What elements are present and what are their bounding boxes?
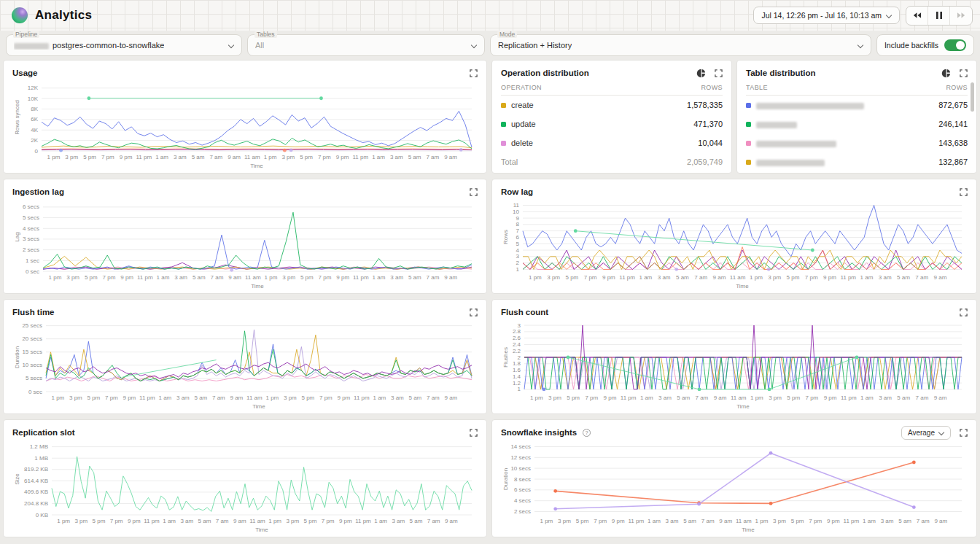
ingestion-lag-chart: 0 sec1 sec2 secs3 secs4 secs5 secs6 secs… — [12, 198, 478, 293]
dashboard-grid: Usage 02K4K6K8K10K12K1 pm3 pm5 pm7 pm9 p… — [0, 58, 980, 540]
svg-text:3 pm: 3 pm — [281, 154, 295, 160]
expand-icon[interactable] — [470, 188, 478, 196]
svg-text:5 pm: 5 pm — [576, 518, 589, 524]
svg-text:11 pm: 11 pm — [621, 395, 637, 401]
svg-text:4: 4 — [516, 247, 520, 254]
svg-text:2.2: 2.2 — [513, 348, 521, 354]
svg-text:1 am: 1 am — [860, 395, 874, 401]
svg-text:Time: Time — [250, 163, 263, 169]
svg-text:3 am: 3 am — [879, 395, 892, 401]
svg-text:3: 3 — [518, 322, 521, 329]
pie-chart-icon[interactable] — [696, 69, 706, 78]
series-swatch — [746, 103, 751, 108]
svg-text:5 am: 5 am — [677, 395, 690, 401]
svg-text:5 am: 5 am — [897, 395, 910, 401]
svg-text:7 pm: 7 pm — [101, 154, 114, 160]
svg-text:819.2 KB: 819.2 KB — [24, 466, 48, 473]
column-header: TABLE — [746, 84, 768, 91]
svg-text:2: 2 — [518, 354, 521, 361]
row-label — [756, 120, 801, 128]
expand-icon[interactable] — [960, 69, 968, 77]
svg-text:7: 7 — [516, 228, 520, 234]
svg-text:1 pm: 1 pm — [755, 518, 769, 524]
pause-button[interactable] — [928, 7, 950, 25]
svg-text:9 am: 9 am — [714, 395, 727, 401]
pipeline-select[interactable]: Pipeline postgres-common-to-snowflake — [6, 34, 242, 56]
svg-text:8 secs: 8 secs — [514, 476, 531, 483]
svg-text:10 secs: 10 secs — [22, 362, 42, 368]
svg-text:3 am: 3 am — [391, 395, 404, 401]
svg-text:9 am: 9 am — [228, 154, 241, 160]
svg-text:9 am: 9 am — [713, 274, 726, 281]
svg-text:Rows: Rows — [502, 230, 509, 244]
svg-text:5 secs: 5 secs — [23, 214, 39, 221]
row-label: delete — [511, 139, 533, 147]
mode-select[interactable]: Mode Replication + History — [490, 34, 871, 56]
row-label: update — [511, 120, 536, 128]
aggregation-select[interactable]: Average — [901, 426, 951, 440]
svg-text:11 am: 11 am — [245, 274, 261, 281]
table-distribution-card: Table distribution TABLE ROWS 872,675246… — [736, 60, 977, 174]
expand-icon[interactable] — [715, 69, 723, 77]
svg-text:9 pm: 9 pm — [604, 395, 617, 401]
table-row: update471,370 — [501, 114, 723, 133]
scrollbar[interactable] — [971, 82, 974, 112]
svg-text:1 pm: 1 pm — [530, 395, 543, 401]
svg-text:11 am: 11 am — [730, 274, 746, 281]
rewind-button[interactable] — [906, 7, 928, 25]
svg-text:0 KB: 0 KB — [36, 512, 48, 518]
svg-text:7 pm: 7 pm — [319, 274, 332, 281]
svg-text:14 secs: 14 secs — [510, 443, 531, 450]
pie-chart-icon[interactable] — [941, 69, 951, 78]
svg-text:7 am: 7 am — [917, 518, 930, 524]
svg-text:1 am: 1 am — [157, 274, 170, 281]
svg-text:5 am: 5 am — [192, 154, 205, 160]
svg-text:0 sec: 0 sec — [28, 389, 42, 395]
svg-text:11 pm: 11 pm — [629, 518, 645, 524]
svg-text:5 am: 5 am — [408, 154, 421, 160]
row-lag-card: Row lag 12345678910111 pm3 pm5 pm7 pm9 p… — [491, 179, 977, 294]
svg-text:7 am: 7 am — [915, 274, 928, 281]
svg-text:4 secs: 4 secs — [514, 497, 531, 504]
svg-text:204.8 KB: 204.8 KB — [24, 500, 48, 507]
date-range-selector[interactable]: Jul 14, 12:26 pm - Jul 16, 10:13 am — [753, 7, 900, 24]
include-backfills-toggle[interactable] — [944, 39, 966, 51]
expand-icon[interactable] — [470, 69, 478, 77]
svg-text:1.2 MB: 1.2 MB — [30, 443, 48, 450]
row-value: 10,044 — [698, 139, 723, 147]
expand-icon[interactable] — [470, 429, 478, 437]
svg-text:1 am: 1 am — [648, 518, 661, 524]
svg-text:5 pm: 5 pm — [787, 395, 800, 401]
svg-text:1 pm: 1 pm — [540, 518, 553, 524]
svg-text:11 pm: 11 pm — [619, 274, 635, 281]
svg-text:1 am: 1 am — [374, 518, 387, 524]
help-icon[interactable]: ? — [583, 429, 591, 437]
svg-text:11 am: 11 am — [249, 518, 265, 524]
expand-icon[interactable] — [470, 308, 478, 316]
expand-icon[interactable] — [960, 429, 968, 437]
masked-text — [756, 122, 797, 128]
expand-icon[interactable] — [960, 188, 968, 196]
svg-text:0 sec: 0 sec — [26, 268, 39, 275]
masked-text — [756, 160, 825, 166]
snowflake-insights-card: Snowflake insights ? Average 2 secs4 sec… — [491, 419, 977, 537]
svg-text:11 pm: 11 pm — [139, 395, 155, 401]
card-title: Snowflake insights — [501, 428, 577, 437]
forward-button[interactable] — [950, 7, 972, 25]
svg-text:11 pm: 11 pm — [353, 274, 369, 281]
table-row: 246,141 — [746, 114, 968, 133]
series-swatch — [746, 122, 751, 127]
row-value: 246,141 — [938, 120, 968, 128]
svg-text:2: 2 — [516, 260, 520, 266]
expand-icon[interactable] — [960, 308, 968, 316]
svg-text:Time: Time — [736, 403, 750, 410]
svg-text:Time: Time — [736, 283, 749, 290]
card-title: Table distribution — [746, 69, 816, 77]
row-value: 471,370 — [693, 120, 723, 128]
tables-select[interactable]: Tables All — [247, 34, 485, 56]
row-value: 1,578,335 — [687, 101, 723, 109]
svg-text:5 pm: 5 pm — [565, 274, 578, 281]
svg-text:1 pm: 1 pm — [750, 395, 763, 401]
svg-text:7 pm: 7 pm — [319, 395, 332, 401]
svg-text:5: 5 — [516, 241, 520, 247]
